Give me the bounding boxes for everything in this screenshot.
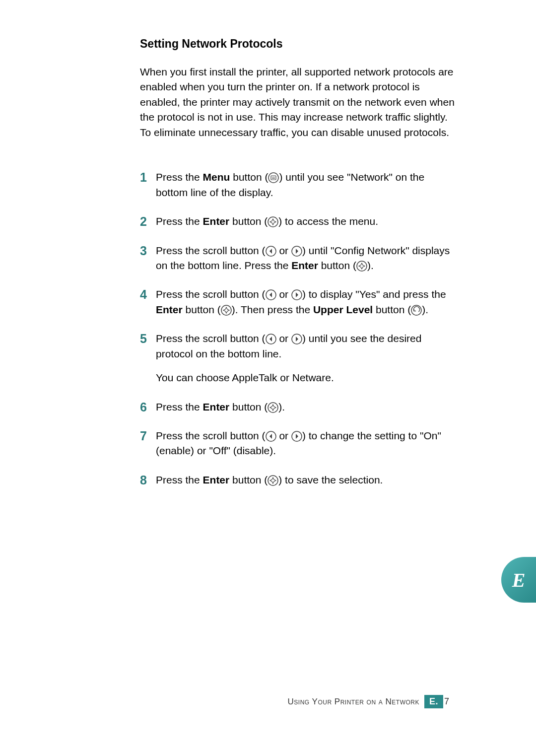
enter-icon [268,475,278,486]
footer-title: Using Your Printer on a Network [288,697,419,707]
step-body: Press the Enter button () to access the … [156,214,455,229]
enter-icon [221,305,232,316]
text: Press the [156,215,203,227]
text: Press the scroll button ( [156,245,266,256]
scroll-left-icon [266,246,276,257]
bold: Enter [156,304,183,315]
scroll-left-icon [266,431,276,442]
footer-page-number: 7 [444,696,449,707]
section-letter: E [512,568,526,592]
step-number: 5 [140,331,156,385]
scroll-right-icon [291,334,302,344]
footer-section: E. [424,695,443,708]
scroll-left-icon [266,289,276,300]
step-3: 3 Press the scroll button ( or ) until "… [140,243,455,274]
step-body: Press the Enter button () to save the se… [156,473,455,487]
step-6: 6 Press the Enter button (). [140,400,455,414]
step-body: Press the Menu button () until you see "… [156,170,455,200]
step-4: 4 Press the scroll button ( or ) to disp… [140,287,455,317]
text: Press the scroll button ( [156,430,266,441]
text: ) to save the selection. [278,474,383,485]
bold: Menu [203,171,230,183]
text: ). [422,304,428,315]
bold: Enter [291,260,318,271]
bold: Enter [203,474,230,485]
step-body: Press the scroll button ( or ) until you… [156,331,455,385]
bold: Upper Level [313,304,373,315]
text: or [276,430,291,441]
text: ) to display "Yes" and press the [302,288,446,300]
page-footer: Using Your Printer on a Network E.7 [288,695,449,708]
text: button ( [229,215,268,227]
text: or [276,288,291,300]
step-number: 2 [140,214,156,229]
page-content: Setting Network Protocols When you first… [140,37,455,501]
text: or [276,245,291,256]
text: Press the scroll button ( [156,288,266,300]
step-number: 8 [140,473,156,487]
step-1: 1 Press the Menu button () until you see… [140,170,455,200]
step-5: 5 Press the scroll button ( or ) until y… [140,331,455,385]
text: or [276,333,291,344]
text: ). [367,260,374,271]
step-number: 3 [140,243,156,274]
intro-paragraph: When you first install the printer, all … [140,65,455,140]
text: ). Then press the [232,304,313,315]
step-body: Press the Enter button (). [156,400,455,414]
step-number: 7 [140,428,156,459]
text: ) to access the menu. [278,215,378,227]
enter-icon [268,402,278,413]
text: button ( [230,171,268,183]
text: button ( [229,401,268,412]
scroll-right-icon [291,246,302,257]
text: button ( [183,304,221,315]
text: Press the scroll button ( [156,333,266,344]
step-number: 4 [140,287,156,317]
step-2: 2 Press the Enter button () to access th… [140,214,455,229]
bold: Enter [203,215,230,227]
enter-icon [268,216,278,227]
text: Press the [156,474,203,485]
step-body: Press the scroll button ( or ) until "Co… [156,243,455,274]
text: button ( [229,474,268,485]
text: button ( [318,260,356,271]
section-heading: Setting Network Protocols [140,37,455,51]
enter-icon [356,261,367,272]
step-list: 1 Press the Menu button () until you see… [140,170,455,487]
text: ). [278,401,285,412]
step-7: 7 Press the scroll button ( or ) to chan… [140,428,455,459]
text: button ( [373,304,411,315]
scroll-left-icon [266,334,276,344]
menu-icon [268,172,279,183]
step-number: 6 [140,400,156,414]
upper-level-icon [411,305,422,316]
text: Press the [156,171,203,183]
step-8: 8 Press the Enter button () to save the … [140,473,455,487]
text: You can choose AppleTalk or Netware. [156,370,455,385]
text: Press the [156,401,203,412]
scroll-right-icon [291,289,302,300]
scroll-right-icon [291,431,302,442]
section-tab: E [501,557,536,603]
step-body: Press the scroll button ( or ) to displa… [156,287,455,317]
step-body: Press the scroll button ( or ) to change… [156,428,455,459]
bold: Enter [203,401,230,412]
step-number: 1 [140,170,156,200]
